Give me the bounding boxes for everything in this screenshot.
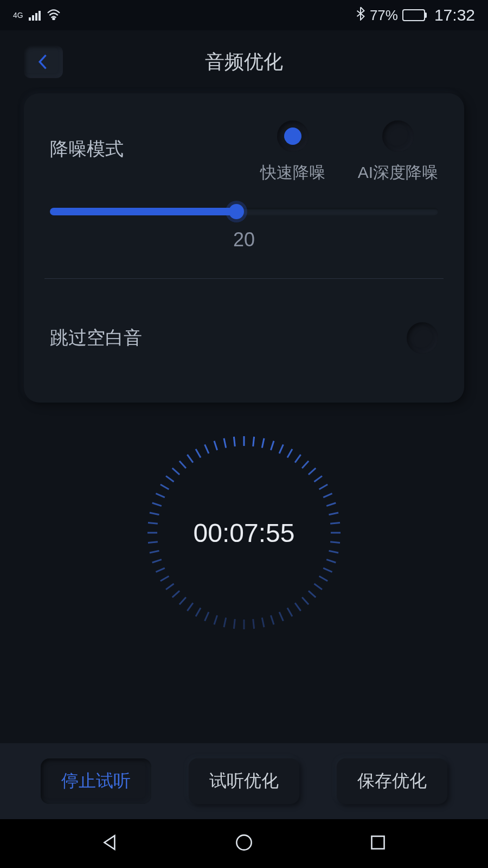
svg-line-38 bbox=[179, 597, 186, 604]
denoise-slider[interactable]: 20 bbox=[50, 208, 438, 251]
denoise-label: 降噪模式 bbox=[50, 137, 124, 162]
svg-line-4 bbox=[271, 441, 274, 450]
svg-line-8 bbox=[302, 461, 309, 468]
svg-line-7 bbox=[295, 455, 301, 463]
svg-line-57 bbox=[205, 444, 209, 453]
svg-line-35 bbox=[205, 612, 209, 621]
radio-empty-icon bbox=[382, 120, 414, 152]
stop-preview-button[interactable]: 停止试听 bbox=[41, 758, 151, 804]
svg-line-43 bbox=[152, 559, 162, 563]
dial-ticks-icon bbox=[141, 430, 347, 636]
svg-line-49 bbox=[152, 503, 162, 506]
battery-icon bbox=[402, 9, 427, 21]
status-right: 77% 17:32 bbox=[356, 6, 475, 24]
svg-line-48 bbox=[150, 513, 159, 515]
svg-line-32 bbox=[234, 619, 235, 629]
svg-line-19 bbox=[326, 559, 336, 563]
svg-line-36 bbox=[196, 608, 201, 617]
header: 音频优化 bbox=[0, 30, 488, 93]
svg-line-2 bbox=[253, 437, 254, 446]
denoise-option-ai-label: AI深度降噪 bbox=[358, 162, 438, 184]
slider-value: 20 bbox=[50, 228, 438, 251]
svg-rect-62 bbox=[371, 836, 384, 848]
svg-line-54 bbox=[179, 461, 186, 468]
svg-line-10 bbox=[314, 476, 322, 482]
save-optimize-button[interactable]: 保存优化 bbox=[337, 758, 447, 804]
svg-line-6 bbox=[287, 449, 292, 458]
timer-section: 00:07:55 bbox=[0, 430, 488, 636]
slider-fill bbox=[50, 208, 236, 215]
svg-line-12 bbox=[323, 494, 332, 497]
svg-line-60 bbox=[234, 437, 235, 446]
bluetooth-icon bbox=[356, 7, 365, 24]
svg-line-5 bbox=[279, 444, 283, 453]
svg-line-18 bbox=[329, 551, 339, 553]
svg-point-61 bbox=[236, 835, 251, 850]
skip-silence-label: 跳过空白音 bbox=[50, 326, 142, 350]
back-button[interactable] bbox=[24, 46, 63, 78]
svg-line-52 bbox=[166, 476, 174, 482]
svg-line-23 bbox=[309, 591, 316, 597]
status-bar: 4G 77% 17:32 bbox=[0, 0, 488, 30]
svg-line-20 bbox=[323, 568, 332, 572]
denoise-option-fast-label: 快速降噪 bbox=[260, 162, 325, 184]
page-title: 音频优化 bbox=[205, 49, 283, 75]
svg-line-40 bbox=[166, 584, 174, 590]
svg-line-42 bbox=[156, 568, 164, 572]
svg-line-37 bbox=[187, 603, 193, 611]
denoise-option-ai[interactable]: AI深度降噪 bbox=[358, 120, 438, 184]
svg-line-53 bbox=[172, 468, 179, 475]
nav-back-button[interactable] bbox=[99, 831, 121, 856]
settings-panel: 降噪模式 快速降噪 AI深度降噪 20 跳过空白音 bbox=[24, 93, 464, 403]
svg-line-15 bbox=[330, 522, 340, 524]
svg-line-45 bbox=[148, 542, 158, 543]
network-type: 4G bbox=[13, 11, 23, 19]
clock-time: 17:32 bbox=[434, 6, 475, 24]
action-bar: 停止试听 试听优化 保存优化 bbox=[0, 743, 488, 819]
svg-line-56 bbox=[196, 449, 201, 458]
radio-selected-icon bbox=[277, 120, 309, 152]
svg-line-59 bbox=[224, 438, 226, 448]
wifi-icon bbox=[46, 7, 61, 24]
svg-line-39 bbox=[172, 591, 179, 597]
svg-line-55 bbox=[187, 455, 193, 463]
svg-line-24 bbox=[302, 597, 309, 604]
svg-line-41 bbox=[160, 576, 169, 581]
skip-silence-row: 跳过空白音 bbox=[50, 322, 438, 354]
svg-line-51 bbox=[160, 484, 169, 489]
svg-line-47 bbox=[148, 522, 158, 524]
divider bbox=[44, 278, 444, 279]
nav-home-button[interactable] bbox=[233, 831, 255, 856]
svg-line-13 bbox=[326, 503, 336, 506]
svg-line-29 bbox=[262, 618, 264, 628]
denoise-options: 快速降噪 AI深度降噪 bbox=[124, 120, 438, 184]
svg-line-34 bbox=[214, 615, 217, 624]
svg-line-3 bbox=[262, 438, 264, 448]
svg-line-17 bbox=[330, 542, 340, 543]
status-left: 4G bbox=[13, 7, 61, 24]
slider-track bbox=[50, 208, 438, 215]
svg-line-30 bbox=[253, 619, 254, 629]
timer-dial: 00:07:55 bbox=[141, 430, 347, 636]
svg-point-0 bbox=[53, 18, 54, 20]
signal-icon bbox=[29, 10, 41, 21]
denoise-option-fast[interactable]: 快速降噪 bbox=[260, 120, 325, 184]
svg-line-27 bbox=[279, 612, 283, 621]
svg-line-50 bbox=[156, 494, 164, 497]
svg-line-28 bbox=[271, 615, 274, 624]
svg-line-14 bbox=[329, 513, 339, 515]
svg-line-11 bbox=[319, 484, 328, 489]
svg-line-44 bbox=[150, 551, 159, 553]
svg-line-9 bbox=[309, 468, 316, 475]
slider-thumb[interactable] bbox=[229, 204, 244, 219]
denoise-mode-row: 降噪模式 快速降噪 AI深度降噪 bbox=[50, 120, 438, 184]
svg-line-25 bbox=[295, 603, 301, 611]
svg-line-58 bbox=[214, 441, 217, 450]
svg-line-33 bbox=[224, 618, 226, 628]
skip-silence-toggle[interactable] bbox=[407, 322, 438, 354]
android-nav-bar bbox=[0, 819, 488, 868]
svg-line-26 bbox=[287, 608, 292, 617]
preview-optimize-button[interactable]: 试听优化 bbox=[189, 758, 299, 804]
battery-percent: 77% bbox=[370, 7, 398, 24]
nav-recent-button[interactable] bbox=[367, 831, 389, 856]
